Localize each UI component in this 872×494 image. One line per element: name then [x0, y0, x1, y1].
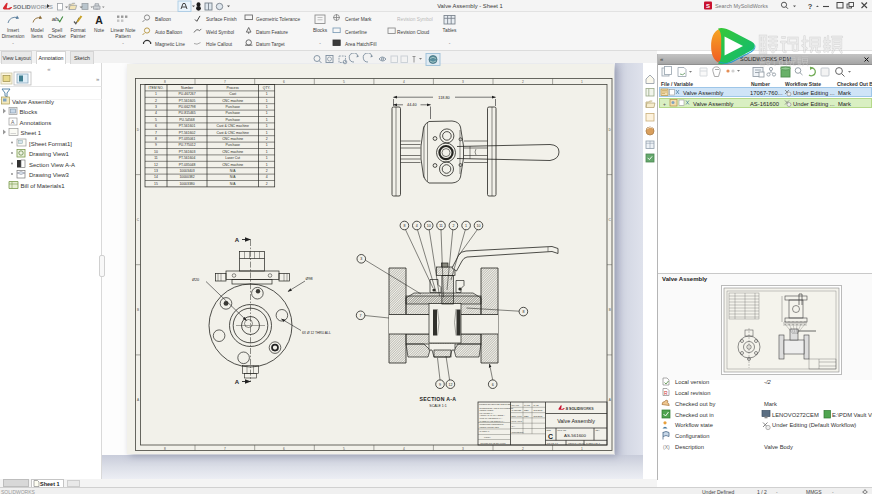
svg-text:Area Hatch/Fill: Area Hatch/Fill	[345, 42, 376, 47]
svg-text:Spell: Spell	[52, 28, 63, 33]
svg-text:Magnetic Line: Magnetic Line	[155, 42, 185, 47]
svg-text:Checked out by: Checked out by	[675, 401, 715, 407]
svg-text:»: »	[96, 76, 100, 82]
svg-text:Checked out in: Checked out in	[675, 412, 714, 418]
svg-text:Painter: Painter	[70, 34, 86, 39]
svg-text:Model: Model	[30, 28, 43, 33]
svg-text:Under Editing ...: Under Editing ...	[793, 101, 835, 107]
svg-text:-/2: -/2	[764, 379, 772, 385]
svg-text:Local revision: Local revision	[675, 390, 710, 396]
svg-text:-: -	[319, 41, 321, 46]
svg-text:Datum Target: Datum Target	[256, 42, 285, 47]
svg-text:Linear Note: Linear Note	[111, 28, 136, 33]
svg-text:Drawing View3: Drawing View3	[29, 172, 70, 178]
svg-text:Valve Assembly: Valve Assembly	[693, 101, 734, 107]
svg-text:?: ?	[808, 2, 813, 11]
svg-text:Configuration: Configuration	[675, 433, 709, 439]
svg-text:«: «	[47, 66, 51, 72]
svg-text:Note: Note	[94, 28, 104, 33]
svg-text:ab: ab	[52, 16, 59, 22]
svg-text:Annotations: Annotations	[20, 119, 52, 125]
svg-text:Description: Description	[675, 444, 704, 450]
svg-text:Pattern: Pattern	[115, 34, 131, 39]
svg-text:Checker: Checker	[48, 34, 66, 39]
svg-text:Datum Feature: Datum Feature	[256, 30, 288, 35]
svg-text:Items: Items	[31, 34, 43, 39]
svg-text:-: -	[122, 41, 124, 46]
svg-text:Local version: Local version	[675, 379, 709, 385]
svg-text:Auto Balloon: Auto Balloon	[155, 30, 183, 35]
svg-text:Bill of Materials1: Bill of Materials1	[21, 182, 66, 188]
svg-text:Blocks: Blocks	[20, 109, 38, 115]
svg-text:Weld Symbol: Weld Symbol	[206, 30, 234, 35]
svg-text:A: A	[95, 14, 103, 26]
svg-text:Format: Format	[70, 28, 86, 33]
svg-text:Balloon: Balloon	[155, 17, 171, 22]
svg-text:Hole Callout: Hole Callout	[206, 42, 233, 47]
svg-text:Search MySolidWorks: Search MySolidWorks	[715, 3, 768, 9]
svg-text:Valve Assembly: Valve Assembly	[12, 98, 54, 104]
svg-text:Valve Assembly: Valve Assembly	[683, 90, 724, 96]
svg-text:(X): (X)	[663, 444, 670, 450]
svg-text:Workflow state: Workflow state	[675, 422, 713, 428]
svg-text:Centerline: Centerline	[345, 30, 367, 35]
svg-text:S: S	[706, 3, 710, 9]
svg-text:+: +	[663, 101, 666, 107]
svg-text:17067-760...: 17067-760...	[750, 90, 783, 96]
svg-text:Tables: Tables	[443, 28, 457, 33]
svg-text:[Sheet Format1]: [Sheet Format1]	[29, 140, 72, 146]
svg-text:Revision Symbol: Revision Symbol	[397, 17, 433, 22]
svg-text:Mark: Mark	[838, 101, 851, 107]
svg-text:-: -	[12, 41, 14, 46]
svg-text:Geometric Tolerance: Geometric Tolerance	[256, 17, 301, 22]
svg-text:LENOVO272CEM: LENOVO272CEM	[772, 412, 819, 418]
svg-text:Valve Assembly - Sheet 1: Valve Assembly - Sheet 1	[437, 3, 503, 9]
svg-text:Sheet 1: Sheet 1	[21, 130, 42, 136]
svg-text:Insert: Insert	[7, 28, 20, 33]
svg-text:Drawing View1: Drawing View1	[29, 151, 70, 157]
svg-text:Section View A-A: Section View A-A	[29, 161, 75, 167]
svg-text:R: R	[664, 390, 668, 396]
svg-text:E:\PDM Vault Vi...: E:\PDM Vault Vi...	[832, 412, 872, 418]
svg-text:Under Editing (Default Workflo: Under Editing (Default Workflow)	[772, 422, 856, 428]
svg-text:Surface Finish: Surface Finish	[206, 17, 237, 22]
svg-text:AS-161600: AS-161600	[750, 101, 779, 107]
svg-text:-: -	[449, 41, 451, 46]
svg-text:Blocks: Blocks	[313, 28, 328, 33]
svg-text:Under Editing ...: Under Editing ...	[793, 90, 835, 96]
svg-text:Dimension: Dimension	[2, 34, 25, 39]
svg-text:Valve Body: Valve Body	[764, 444, 793, 450]
svg-text:Revision Cloud: Revision Cloud	[397, 30, 430, 35]
svg-text:Center Mark: Center Mark	[345, 17, 372, 22]
svg-text:Mark: Mark	[764, 401, 777, 407]
svg-text:Mark: Mark	[838, 90, 851, 96]
